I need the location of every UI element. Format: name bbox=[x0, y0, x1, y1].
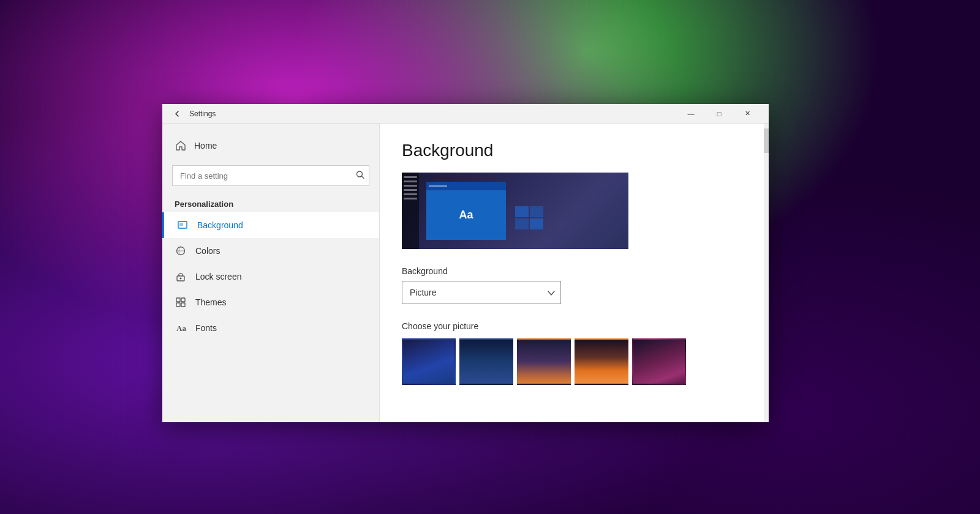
search-input[interactable] bbox=[172, 165, 369, 186]
taskbar-line-2 bbox=[404, 181, 417, 182]
preview-tile-2 bbox=[530, 206, 543, 217]
minimize-button[interactable]: — bbox=[677, 104, 705, 124]
preview-tile-4 bbox=[530, 218, 543, 229]
back-button[interactable] bbox=[170, 106, 184, 121]
themes-item-label: Themes bbox=[195, 297, 227, 307]
svg-rect-10 bbox=[181, 303, 185, 307]
svg-rect-9 bbox=[176, 303, 180, 307]
picture-thumb-4[interactable] bbox=[575, 338, 628, 385]
sidebar-section-title: Personalization bbox=[162, 193, 379, 212]
taskbar-line-3 bbox=[404, 185, 417, 187]
picture-grid bbox=[402, 338, 747, 385]
sidebar-search-container bbox=[172, 165, 369, 186]
background-label: Background bbox=[402, 266, 747, 276]
preview-tiles bbox=[515, 206, 543, 229]
settings-window: Settings — □ ✕ Home bbox=[162, 104, 769, 422]
home-icon bbox=[175, 140, 187, 152]
preview-tile-3 bbox=[515, 218, 529, 229]
sidebar-item-themes[interactable]: Themes bbox=[162, 289, 379, 315]
dropdown-container: Picture Solid color Slideshow bbox=[402, 281, 561, 304]
svg-rect-3 bbox=[179, 223, 183, 226]
preview-window: Aa bbox=[426, 182, 506, 240]
picture-thumb-3[interactable] bbox=[517, 338, 571, 385]
scroll-thumb bbox=[764, 128, 769, 153]
window-body: Home Personalization bbox=[162, 124, 769, 422]
svg-point-6 bbox=[180, 278, 182, 280]
colors-item-label: Colors bbox=[195, 246, 220, 256]
sidebar-item-lock-screen[interactable]: Lock screen bbox=[162, 264, 379, 289]
picture-thumb-1[interactable] bbox=[402, 338, 456, 385]
scrollbar[interactable] bbox=[764, 124, 769, 422]
maximize-button[interactable]: □ bbox=[705, 104, 733, 124]
preview-taskbar bbox=[402, 173, 419, 249]
background-icon bbox=[176, 219, 189, 231]
preview-aa-text: Aa bbox=[459, 209, 473, 222]
background-preview: Aa bbox=[402, 173, 628, 249]
picture-thumb-2[interactable] bbox=[459, 338, 513, 385]
sidebar-item-fonts[interactable]: Aa Fonts bbox=[162, 315, 379, 341]
titlebar: Settings — □ ✕ bbox=[162, 104, 769, 124]
svg-rect-7 bbox=[176, 298, 180, 302]
background-item-label: Background bbox=[197, 220, 243, 230]
svg-line-1 bbox=[362, 176, 364, 179]
sidebar-item-background[interactable]: Background bbox=[162, 212, 379, 238]
picture-thumb-5[interactable] bbox=[632, 338, 686, 385]
main-content: Background Aa bbox=[380, 124, 769, 422]
sidebar-home[interactable]: Home bbox=[162, 133, 379, 158]
colors-icon bbox=[175, 245, 187, 257]
preview-window-body: Aa bbox=[426, 190, 506, 240]
fonts-icon: Aa bbox=[175, 322, 187, 334]
fonts-item-label: Fonts bbox=[195, 323, 217, 333]
sidebar: Home Personalization bbox=[162, 124, 380, 422]
sidebar-item-colors[interactable]: Colors bbox=[162, 238, 379, 264]
svg-text:Aa: Aa bbox=[176, 324, 186, 333]
svg-rect-8 bbox=[181, 298, 185, 302]
taskbar-line-5 bbox=[404, 193, 417, 195]
home-label: Home bbox=[194, 141, 217, 151]
taskbar-line-4 bbox=[404, 189, 417, 191]
window-controls: — □ ✕ bbox=[677, 104, 761, 124]
page-title: Background bbox=[402, 141, 747, 160]
window-title: Settings bbox=[189, 110, 216, 118]
choose-picture-label: Choose your picture bbox=[402, 321, 747, 331]
background-type-dropdown[interactable]: Picture Solid color Slideshow bbox=[402, 281, 561, 304]
preview-tile-1 bbox=[515, 206, 529, 217]
lock-screen-icon bbox=[175, 270, 187, 283]
themes-icon bbox=[175, 296, 187, 308]
taskbar-line-6 bbox=[404, 198, 417, 199]
close-button[interactable]: ✕ bbox=[733, 104, 761, 124]
taskbar-line-1 bbox=[404, 176, 417, 178]
lock-screen-item-label: Lock screen bbox=[195, 272, 241, 281]
search-icon[interactable] bbox=[356, 171, 364, 181]
preview-window-titlebar bbox=[426, 182, 506, 190]
